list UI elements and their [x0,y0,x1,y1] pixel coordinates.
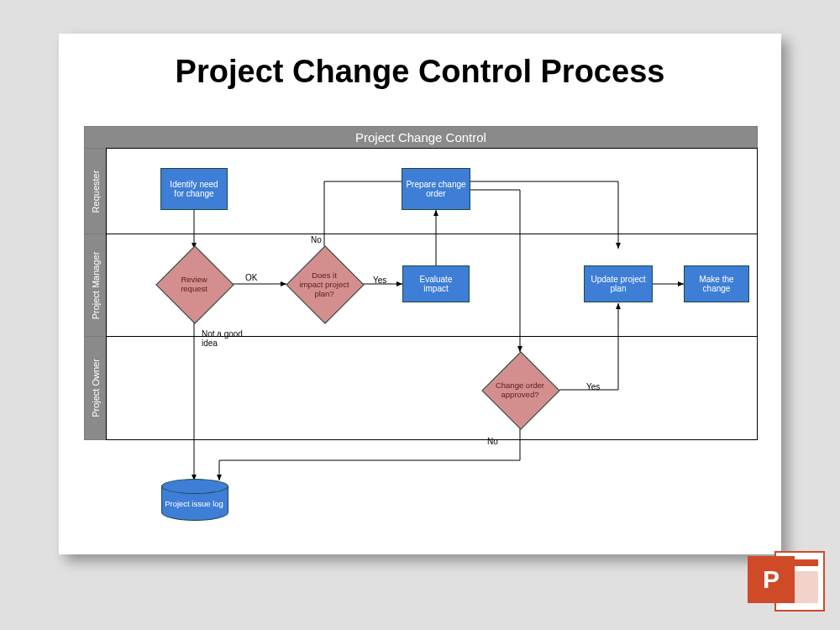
swimlane-header: Project Change Control [84,126,758,150]
edge-label-not-good: Not a good idea [202,329,244,348]
lane-label-requester: Requester [84,148,108,235]
slide-title: Project Change Control Process [59,54,781,90]
edge-label-no2: No [487,437,498,446]
node-issue-log: Project issue log [161,479,227,519]
node-identify: Identify need for change [160,168,228,210]
node-make: Make the change [684,265,749,302]
powerpoint-icon: P [748,546,823,613]
lane-label-pm: Project Manager [84,234,108,338]
edge-label-yes: Yes [373,276,386,285]
edge-label-no: No [311,235,322,244]
node-approved-question: Change order approved? [481,351,559,428]
node-review: Review request [155,245,233,323]
lane-owner [106,336,758,440]
node-update: Update project plan [584,265,653,302]
node-evaluate: Evaluate impact [402,265,470,302]
lane-label-owner: Project Owner [84,336,108,440]
edge-label-ok: OK [245,273,257,282]
node-prepare: Prepare change order [402,168,470,210]
node-impact-question: Does it impact project plan? [286,245,363,323]
slide: Project Change Control Process Project C… [59,34,781,554]
edge-label-yes2: Yes [586,382,600,391]
